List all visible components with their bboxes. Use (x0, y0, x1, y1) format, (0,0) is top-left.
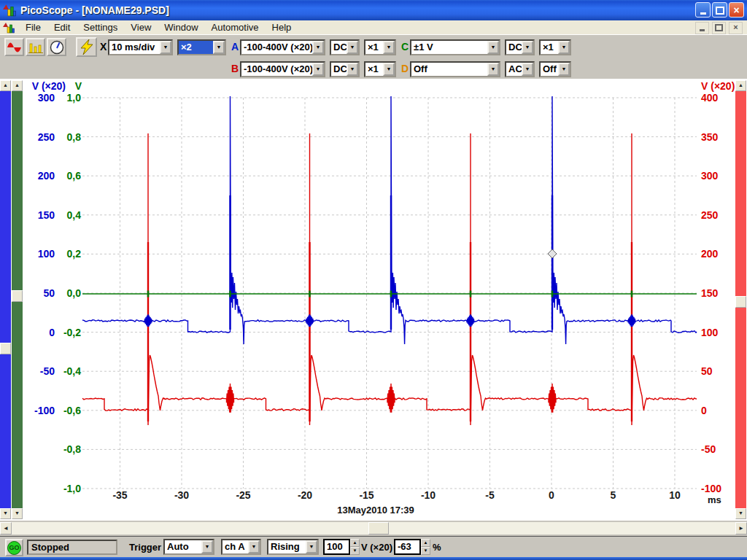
axis-tick-label: -1,0 (63, 483, 81, 494)
spin-down-icon[interactable]: ▼ (421, 547, 430, 555)
axis-tick-label: -0,4 (63, 365, 81, 377)
trigger-threshold-input[interactable]: 100 (323, 539, 350, 555)
dropdown-arrow-icon[interactable]: ▼ (487, 63, 499, 76)
dropdown-arrow-icon[interactable]: ▼ (312, 63, 324, 76)
dropdown-arrow-icon[interactable]: ▼ (312, 41, 324, 54)
dropdown-arrow-icon[interactable]: ▼ (306, 540, 317, 553)
axis-tick-label: 150 (38, 209, 55, 221)
axis-tick-label: 200 (38, 170, 55, 182)
meter-gauge-icon (50, 40, 64, 55)
trace-channel-a (82, 96, 697, 344)
spectrum-view-button[interactable] (26, 38, 45, 56)
window-title: PicoScope - [NONAME29.PSD] (20, 4, 169, 16)
menu-view[interactable]: View (124, 21, 158, 34)
scroll-right-icon[interactable]: ► (735, 522, 747, 534)
meter-view-button[interactable] (47, 38, 66, 56)
trigger-edge-select[interactable]: Rising ▼ (267, 539, 319, 555)
lightning-icon (79, 39, 95, 55)
scroll-down-icon[interactable]: ▼ (0, 508, 11, 519)
document-icon (3, 22, 15, 34)
dropdown-arrow-icon[interactable]: ▼ (383, 63, 395, 76)
dropdown-arrow-icon[interactable]: ▼ (558, 41, 570, 54)
timebase-select[interactable]: 10 ms/div ▼ (108, 39, 173, 55)
channel-c-offset-scrollbar: ▲ ▼ (12, 80, 23, 519)
scroll-up-icon[interactable]: ▲ (12, 80, 23, 91)
scroll-up-icon[interactable]: ▲ (0, 80, 11, 91)
dropdown-arrow-icon[interactable]: ▼ (201, 540, 213, 553)
status-bar: GO Stopped Trigger Auto ▼ ch A ▼ Rising … (0, 537, 747, 557)
menu-automotive[interactable]: Automotive (205, 21, 266, 34)
axis-tick-label: 5 (611, 489, 616, 501)
dropdown-arrow-icon[interactable]: ▼ (558, 63, 570, 76)
scroll-up-icon[interactable]: ▲ (735, 80, 746, 91)
trigger-delay-input[interactable]: -63 (394, 539, 421, 555)
trigger-delay-stepper: ▲ ▼ (421, 539, 430, 555)
menu-help[interactable]: Help (266, 21, 298, 34)
channel-a-scroll-thumb[interactable] (0, 343, 11, 354)
channel-d-probe-select[interactable]: Off ▼ (539, 61, 571, 77)
channel-b-scroll-thumb[interactable] (735, 296, 746, 308)
dropdown-arrow-icon[interactable]: ▼ (522, 63, 533, 76)
axis-tick-label: -20 (298, 489, 312, 501)
zoom-select[interactable]: ×2 ▼ (177, 39, 226, 55)
channel-b-range-select[interactable]: -100-400V (×20) ▼ (240, 61, 325, 77)
axis-tick-label: 50 (43, 287, 55, 299)
axis-tick-label: 0 (701, 405, 707, 416)
trace-handle-diamond[interactable] (548, 249, 557, 258)
minimize-button[interactable] (695, 2, 711, 18)
scope-view-button[interactable] (4, 38, 24, 56)
mdi-minimize-button[interactable] (695, 22, 709, 34)
window-bottom-border (0, 557, 747, 560)
menu-file[interactable]: File (19, 21, 47, 34)
channel-a-range-select[interactable]: -100-400V (×20) ▼ (240, 39, 325, 55)
dropdown-arrow-icon[interactable]: ▼ (160, 41, 171, 54)
go-button[interactable]: GO (5, 539, 23, 556)
channel-a-coupling-select[interactable]: DC ▼ (330, 39, 360, 55)
channel-b-probe-select[interactable]: ×1 ▼ (364, 61, 396, 77)
dropdown-arrow-icon[interactable]: ▼ (248, 540, 260, 553)
axis-tick-label: V (×20) (32, 80, 66, 92)
scroll-down-icon[interactable]: ▼ (12, 508, 23, 519)
mdi-restore-button[interactable] (712, 22, 726, 34)
axis-tick-label: 400 (701, 92, 719, 104)
spin-up-icon[interactable]: ▲ (421, 539, 430, 547)
app-icon (3, 4, 16, 17)
dropdown-arrow-icon[interactable]: ▼ (347, 63, 358, 76)
scroll-left-icon[interactable]: ◄ (0, 522, 12, 534)
channel-b-coupling-select[interactable]: DC ▼ (330, 61, 360, 77)
axis-tick-label: 13May2010 17:39 (337, 505, 414, 516)
restore-button[interactable] (712, 2, 727, 18)
scroll-down-icon[interactable]: ▼ (735, 508, 746, 519)
channel-c-probe-select[interactable]: ×1 ▼ (539, 39, 571, 55)
time-scroll-thumb[interactable] (368, 522, 389, 534)
menu-edit[interactable]: Edit (47, 21, 77, 34)
channel-c-coupling-select[interactable]: DC ▼ (505, 39, 535, 55)
channel-c-range-select[interactable]: ±1 V ▼ (410, 39, 500, 55)
trigger-mode-select[interactable]: Auto ▼ (163, 539, 214, 555)
channel-a-probe-select[interactable]: ×1 ▼ (364, 39, 396, 55)
spin-up-icon[interactable]: ▲ (350, 539, 360, 547)
axis-tick-label: -100 (34, 405, 55, 416)
spin-down-icon[interactable]: ▼ (350, 547, 360, 555)
axis-tick-label: 0,2 (67, 248, 82, 260)
channel-d-coupling-select[interactable]: AC ▼ (505, 61, 535, 77)
close-button[interactable]: × (729, 2, 744, 18)
channel-a-scroll-track[interactable] (0, 91, 11, 508)
channel-d-range-select[interactable]: Off ▼ (410, 61, 500, 77)
menu-settings[interactable]: Settings (77, 21, 124, 34)
trigger-source-select[interactable]: ch A ▼ (221, 539, 261, 555)
scope-display: V (×20)300250200150100500-50-100V1,00,80… (0, 79, 747, 521)
dropdown-arrow-icon[interactable]: ▼ (522, 41, 533, 54)
trigger-wizard-button[interactable] (76, 37, 97, 57)
menu-window[interactable]: Window (158, 21, 204, 34)
dropdown-arrow-icon[interactable]: ▼ (213, 41, 225, 54)
grid (82, 98, 697, 489)
main-toolbar: X 10 ms/div ▼ ×2 ▼ A -100-400V (×20) ▼ D… (0, 34, 747, 80)
delay-unit-label: % (433, 542, 441, 553)
channel-c-scroll-thumb[interactable] (12, 290, 23, 302)
axis-tick-label: 350 (701, 131, 719, 143)
dropdown-arrow-icon[interactable]: ▼ (347, 41, 358, 54)
dropdown-arrow-icon[interactable]: ▼ (487, 41, 499, 54)
dropdown-arrow-icon[interactable]: ▼ (383, 41, 395, 54)
mdi-close-button[interactable]: × (729, 22, 743, 34)
